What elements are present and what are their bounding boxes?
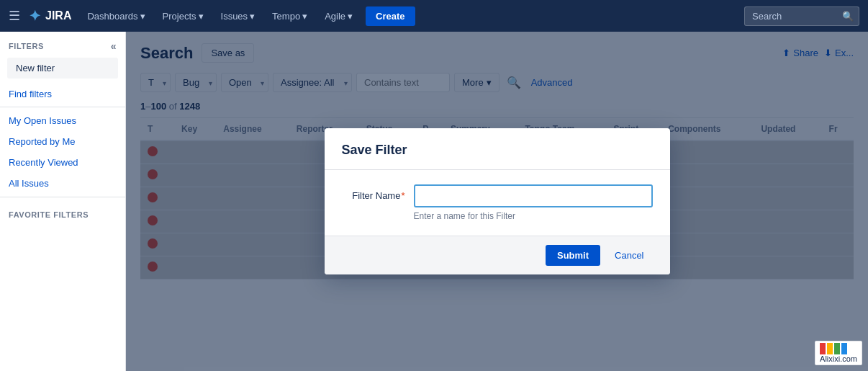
filter-name-input-wrap: Enter a name for this Filter [414, 184, 653, 221]
chevron-down-icon: ▾ [140, 11, 145, 22]
filter-name-label: Filter Name [342, 184, 414, 201]
sidebar-item-my-open-issues[interactable]: My Open Issues [0, 110, 125, 131]
modal-overlay: Save Filter Filter Name Enter a name for… [126, 32, 868, 371]
modal-body: Filter Name Enter a name for this Filter [325, 170, 670, 236]
logo: ✦ JIRA [29, 7, 71, 24]
search-wrap: 🔍 [744, 6, 859, 26]
filter-name-input[interactable] [414, 184, 653, 207]
color-bar-red [820, 343, 826, 354]
page-layout: FILTERS « New filter Find filters My Ope… [0, 32, 868, 371]
submit-button[interactable]: Submit [546, 245, 600, 266]
sidebar-divider [0, 107, 125, 107]
color-bar-green [834, 343, 840, 354]
chevron-down-icon: ▾ [302, 11, 307, 22]
chevron-down-icon: ▾ [250, 11, 255, 22]
sidebar-item-reported-by-me[interactable]: Reported by Me [0, 131, 125, 152]
color-bar-yellow [827, 343, 833, 354]
sidebar: FILTERS « New filter Find filters My Ope… [0, 32, 126, 371]
nav-issues[interactable]: Issues ▾ [214, 6, 263, 26]
cancel-button[interactable]: Cancel [606, 245, 652, 266]
watermark: Alixixi.com [815, 341, 862, 365]
watermark-text: Alixixi.com [820, 354, 857, 363]
collapse-icon[interactable]: « [111, 40, 117, 52]
modal-title: Save Filter [342, 143, 653, 158]
nav-projects[interactable]: Projects ▾ [155, 6, 211, 26]
chevron-down-icon: ▾ [199, 11, 204, 22]
top-navigation: ☰ ✦ JIRA Dashboards ▾ Projects ▾ Issues … [0, 0, 868, 32]
hamburger-icon[interactable]: ☰ [9, 8, 20, 24]
filter-name-hint: Enter a name for this Filter [414, 211, 653, 221]
chevron-down-icon: ▾ [348, 11, 353, 22]
sidebar-divider-2 [0, 197, 125, 197]
filter-name-form-group: Filter Name Enter a name for this Filter [342, 184, 653, 221]
logo-text: JIRA [45, 9, 71, 22]
favorite-filters-label: FAVORITE FILTERS [0, 200, 125, 222]
jira-icon: ✦ [29, 7, 41, 24]
find-filters-link[interactable]: Find filters [0, 84, 125, 104]
color-bar-blue [841, 343, 847, 354]
sidebar-item-recently-viewed[interactable]: Recently Viewed [0, 152, 125, 173]
modal-footer: Submit Cancel [325, 236, 670, 274]
sidebar-header: FILTERS « [0, 32, 125, 58]
watermark-color-bar [820, 343, 857, 354]
new-filter-button[interactable]: New filter [7, 58, 118, 79]
sidebar-item-all-issues[interactable]: All Issues [0, 173, 125, 194]
main-content: Search Save as ⬆ Share ⬇ Ex... T ▾ [126, 32, 868, 371]
nav-dashboards[interactable]: Dashboards ▾ [80, 6, 152, 26]
create-button[interactable]: Create [366, 6, 415, 26]
search-icon: 🔍 [842, 11, 854, 22]
save-filter-modal: Save Filter Filter Name Enter a name for… [325, 128, 670, 274]
nav-tempo[interactable]: Tempo ▾ [265, 6, 315, 26]
modal-header: Save Filter [325, 128, 670, 170]
nav-agile[interactable]: Agile ▾ [317, 6, 360, 26]
filters-section-label: FILTERS [9, 42, 44, 50]
